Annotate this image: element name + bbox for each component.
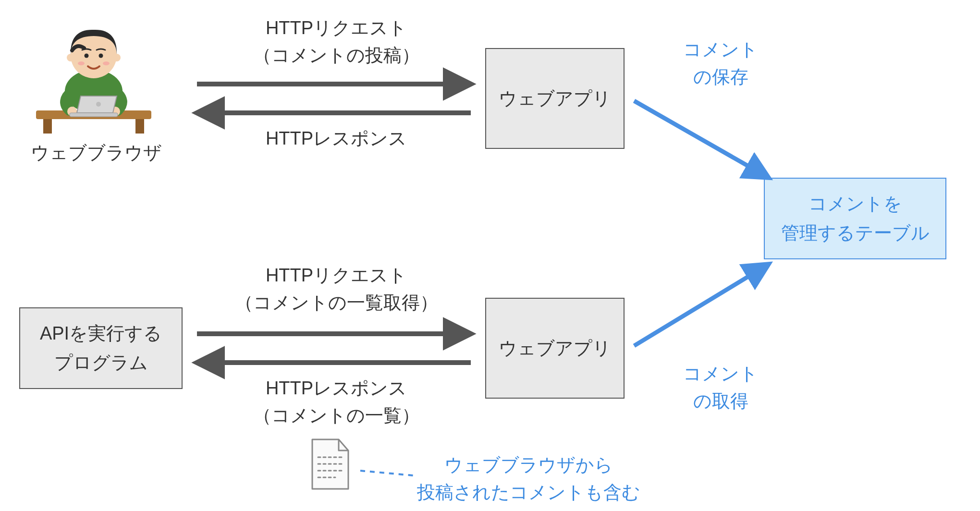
- note-label: ウェブブラウザから 投稿されたコメントも含む: [408, 451, 649, 506]
- top-request-line2: （コメントの投稿）: [253, 45, 420, 65]
- svg-point-11: [78, 61, 85, 65]
- db-line1: コメントを: [808, 194, 902, 214]
- top-request-line1: HTTPリクエスト: [266, 18, 407, 38]
- svg-point-7: [67, 54, 74, 61]
- db-save-line2: の保存: [693, 67, 748, 87]
- bottom-response-line2: （コメントの一覧）: [253, 405, 420, 426]
- db-line2: 管理するテーブル: [781, 223, 930, 243]
- arrow-db-fetch: [634, 264, 769, 346]
- document-icon: [307, 437, 353, 492]
- db-fetch-line2: の取得: [693, 391, 748, 411]
- db-fetch-label: コメント の取得: [673, 360, 769, 415]
- svg-rect-2: [135, 119, 144, 134]
- top-response-text: HTTPレスポンス: [266, 128, 407, 148]
- svg-point-8: [113, 54, 121, 61]
- api-client-line1: APIを実行する: [40, 323, 162, 343]
- webapp-top-label: ウェブアプリ: [499, 84, 611, 113]
- svg-point-9: [85, 54, 89, 58]
- webapp-bottom-box: ウェブアプリ: [485, 298, 625, 399]
- svg-rect-1: [43, 119, 52, 134]
- webapp-bottom-label: ウェブアプリ: [499, 334, 611, 363]
- svg-point-12: [103, 61, 110, 65]
- svg-point-14: [96, 102, 101, 107]
- note-line1: ウェブブラウザから: [444, 455, 613, 475]
- bottom-response-label: HTTPレスポンス （コメントの一覧）: [202, 375, 471, 429]
- api-client-box: APIを実行する プログラム: [19, 307, 183, 389]
- top-response-label: HTTPレスポンス: [202, 125, 471, 152]
- top-request-label: HTTPリクエスト （コメントの投稿）: [202, 14, 471, 69]
- bottom-request-line2: （コメントの一覧取得）: [235, 292, 438, 313]
- db-save-label: コメント の保存: [673, 36, 769, 91]
- bottom-response-line1: HTTPレスポンス: [266, 378, 407, 398]
- db-box: コメントを 管理するテーブル: [764, 178, 946, 259]
- note-connector: [360, 471, 413, 475]
- browser-user-illustration: [31, 10, 156, 134]
- svg-point-10: [99, 54, 103, 58]
- bottom-request-line1: HTTPリクエスト: [266, 265, 407, 285]
- note-line2: 投稿されたコメントも含む: [417, 482, 640, 502]
- api-client-line2: プログラム: [54, 353, 148, 373]
- browser-label: ウェブブラウザ: [24, 139, 168, 167]
- db-fetch-line1: コメント: [683, 364, 758, 384]
- arrow-db-save: [634, 101, 769, 178]
- bottom-request-label: HTTPリクエスト （コメントの一覧取得）: [202, 262, 471, 316]
- browser-label-text: ウェブブラウザ: [31, 143, 162, 163]
- db-save-line1: コメント: [683, 39, 758, 60]
- svg-rect-13: [70, 113, 118, 117]
- webapp-top-box: ウェブアプリ: [485, 48, 625, 149]
